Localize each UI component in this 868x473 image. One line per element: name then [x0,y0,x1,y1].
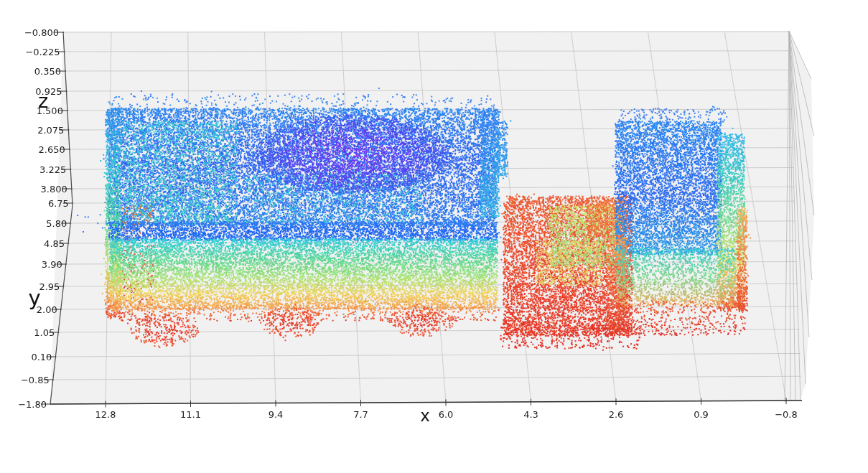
tick-label: −0.225 [25,47,60,57]
tick-label: 0.9 [694,409,709,420]
y-axis-label: y [28,288,40,309]
tick-label: 6.0 [439,409,454,420]
tick-label: 4.85 [44,238,65,249]
z-axis-label: z [38,91,48,111]
tick-label: 2.075 [37,125,64,136]
tick-label: 5.80 [46,218,67,229]
tick-label: 2.650 [39,144,65,155]
tick-label: 3.90 [42,259,62,270]
tick-label: 12.8 [95,409,116,420]
tick-label: 0.10 [31,352,52,362]
tick-label: 4.3 [523,409,538,420]
tick-label: 1.05 [34,327,55,338]
tick-label: 3.800 [41,184,67,195]
plot-area: −0.800−0.2250.3500.9251.5002.0752.6503.2… [0,0,868,473]
tick-label: −0.8 [775,409,798,420]
tick-label: 9.4 [269,409,284,420]
tick-label: −1.80 [18,399,47,410]
x-axis-label: x [420,408,430,424]
tick-label: −0.85 [21,375,50,385]
tick-label: −0.800 [24,27,59,38]
tick-label: 3.225 [39,164,66,175]
tick-label: 11.1 [180,409,201,420]
tick-label: 0.350 [34,66,61,77]
tick-label: 2.95 [39,281,60,292]
tick-label: 7.7 [353,409,368,420]
tick-label: 6.75 [48,198,69,209]
point-cloud-canvas [0,0,868,473]
tick-label: 2.6 [609,409,624,420]
